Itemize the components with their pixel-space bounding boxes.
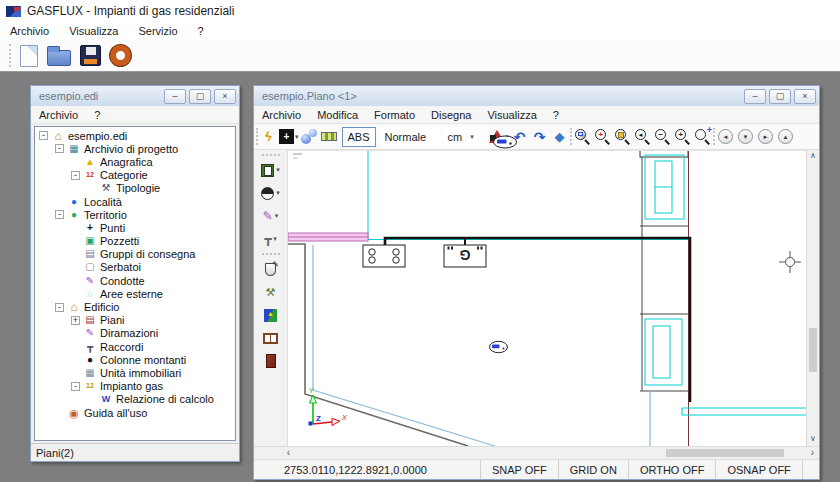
tree-item-impianto-gas[interactable]: -12Impianto gas	[36, 380, 235, 393]
unit-combo[interactable]: cm▾	[442, 127, 488, 147]
vertical-scrollbar[interactable]: ∧ ∨	[806, 150, 819, 446]
menu-help[interactable]: ?	[188, 25, 214, 37]
menu-formato[interactable]: Formato	[366, 109, 423, 121]
toolbar-grip[interactable]	[262, 154, 280, 156]
horizontal-scrollbar[interactable]: ‹ ›	[254, 446, 819, 459]
view-right-button[interactable]: ►	[758, 129, 773, 144]
tree-item-categorie[interactable]: -12Categorie	[36, 169, 235, 182]
tree-expander-minus[interactable]: -	[55, 210, 64, 219]
horizontal-scroll-thumb[interactable]	[666, 449, 784, 457]
tree-item-condotte[interactable]: ✎Condotte	[36, 274, 235, 287]
window-tool-button[interactable]	[256, 328, 286, 348]
tree-item-relazione-di-calcolo[interactable]: WRelazione di calcolo	[36, 393, 235, 406]
verify-tool-button[interactable]	[256, 259, 286, 279]
object-snap-button[interactable]	[300, 126, 319, 148]
tree-item-raccordi[interactable]: ┳Raccordi	[36, 340, 235, 353]
toolbar-grip[interactable]	[256, 128, 258, 145]
menu-servizio[interactable]: Servizio	[128, 25, 187, 37]
toolbar-grip[interactable]	[713, 128, 715, 145]
project-window-titlebar[interactable]: esempio.edi – ▢ ×	[31, 86, 239, 106]
tree-expander-minus[interactable]: -	[39, 131, 48, 140]
door-tool-button[interactable]	[256, 351, 286, 371]
tree-item-tipologie[interactable]: ⚒Tipologie	[36, 182, 235, 195]
scroll-right-icon[interactable]: ›	[806, 447, 819, 459]
drawing-canvas[interactable]: G Y	[288, 150, 806, 446]
tree-expander-minus[interactable]: -	[71, 171, 80, 180]
zoom-window-button[interactable]	[573, 126, 592, 148]
minimize-button[interactable]: –	[164, 89, 186, 104]
menu-help[interactable]: ?	[86, 109, 108, 121]
menu-visualizza[interactable]: Visualizza	[479, 109, 544, 121]
tree-item-colonne-montanti[interactable]: ●Colonne montanti	[36, 353, 235, 366]
snap-status[interactable]: SNAP OFF	[480, 460, 558, 479]
scroll-up-icon[interactable]: ∧	[807, 150, 819, 163]
open-folder-icon[interactable]	[47, 50, 71, 66]
tree-expander-minus[interactable]: -	[55, 144, 64, 153]
tree-item-gruppi-di-consegna[interactable]: ▤Gruppi di consegna	[36, 248, 235, 261]
maximize-button[interactable]: ▢	[769, 89, 791, 104]
abs-toggle-button[interactable]: ABS	[342, 127, 376, 147]
zoom-dynamic-button[interactable]: +	[593, 126, 612, 148]
scroll-left-icon[interactable]: ‹	[282, 447, 295, 459]
tree-item-unit-immobiliari[interactable]: ▦Unità immobiliari	[36, 366, 235, 379]
redo-button[interactable]: ↷	[530, 126, 549, 148]
fitting-tool-button[interactable]: ┳▾	[256, 229, 286, 249]
column-tool-button[interactable]: ▾	[256, 183, 286, 203]
tree-item-localit[interactable]: ●Località	[36, 195, 235, 208]
menu-visualizza[interactable]: Visualizza	[59, 25, 128, 37]
sketch-tool-button[interactable]: ϟ	[259, 126, 278, 148]
toolbar-grip[interactable]	[262, 253, 280, 255]
view-down-button[interactable]: ▼	[738, 129, 753, 144]
point-style-button[interactable]: +▾	[279, 126, 299, 148]
menu-archivio[interactable]: Archivio	[0, 25, 59, 37]
tree-item-punti[interactable]: +Punti	[36, 221, 235, 234]
view-up-button[interactable]: ▲	[778, 129, 793, 144]
menu-disegna[interactable]: Disegna	[423, 109, 479, 121]
menu-modifica[interactable]: Modifica	[309, 109, 366, 121]
view-left-button[interactable]: ◄	[718, 129, 733, 144]
vertical-scroll-thumb[interactable]	[809, 328, 817, 372]
close-button[interactable]: ×	[214, 89, 236, 104]
osnap-status[interactable]: OSNAP OFF	[715, 460, 801, 479]
tree-item-edificio[interactable]: -⌂Edificio	[36, 300, 235, 313]
gas-meter-toolbar-symbol[interactable]	[492, 135, 518, 149]
tree-item-esempio-edi[interactable]: -⌂esempio.edi	[36, 129, 235, 142]
project-tree[interactable]: -⌂esempio.edi-▦Archivio di progetto▲Anag…	[34, 126, 236, 441]
zoom-all-button[interactable]	[613, 126, 632, 148]
minimize-button[interactable]: –	[744, 89, 766, 104]
tree-item-archivio-di-progetto[interactable]: -▦Archivio di progetto	[36, 142, 235, 155]
scroll-down-icon[interactable]: ∨	[807, 433, 819, 446]
menu-archivio[interactable]: Archivio	[31, 109, 86, 121]
tree-item-aree-esterne[interactable]: ◌Aree esterne	[36, 287, 235, 300]
zoom-in-button[interactable]: +	[673, 126, 692, 148]
grid-status[interactable]: GRID ON	[558, 460, 628, 479]
help-lifesaver-icon[interactable]	[110, 45, 131, 66]
style-combo[interactable]: Normale	[379, 127, 441, 147]
menu-archivio[interactable]: Archivio	[254, 109, 309, 121]
menu-help[interactable]: ?	[545, 109, 567, 121]
new-document-icon[interactable]	[20, 45, 38, 67]
tree-item-territorio[interactable]: -●Territorio	[36, 208, 235, 221]
ortho-status[interactable]: ORTHO OFF	[628, 460, 716, 479]
tree-item-anagrafica[interactable]: ▲Anagrafica	[36, 155, 235, 168]
toolbar-grip[interactable]	[570, 128, 572, 145]
save-floppy-icon[interactable]	[80, 45, 101, 66]
measure-button[interactable]	[320, 126, 339, 148]
maximize-button[interactable]: ▢	[189, 89, 211, 104]
tree-item-piani[interactable]: +▤Piani	[36, 314, 235, 327]
tree-item-pozzetti[interactable]: ▣Pozzetti	[36, 235, 235, 248]
tree-item-diramazioni[interactable]: ✎Diramazioni	[36, 327, 235, 340]
zoom-previous-button[interactable]: ◄	[633, 126, 652, 148]
worksite-tool-button[interactable]: ⚒	[256, 282, 286, 302]
room-tool-button[interactable]: ▾	[256, 160, 286, 180]
tree-item-serbatoi[interactable]: ▢Serbatoi	[36, 261, 235, 274]
tree-expander-minus[interactable]: -	[71, 382, 80, 391]
zoom-out-button[interactable]: −	[653, 126, 672, 148]
toolbar-grip[interactable]	[9, 44, 11, 67]
tree-expander-minus[interactable]: -	[55, 303, 64, 312]
materials-tool-button[interactable]	[256, 305, 286, 325]
pipe-tool-button[interactable]: ✎▾	[256, 206, 286, 226]
plan-window-titlebar[interactable]: esempio.Piano <1> – ▢ ×	[254, 86, 819, 106]
regen-button[interactable]: ◆	[550, 126, 569, 148]
close-button[interactable]: ×	[794, 89, 816, 104]
